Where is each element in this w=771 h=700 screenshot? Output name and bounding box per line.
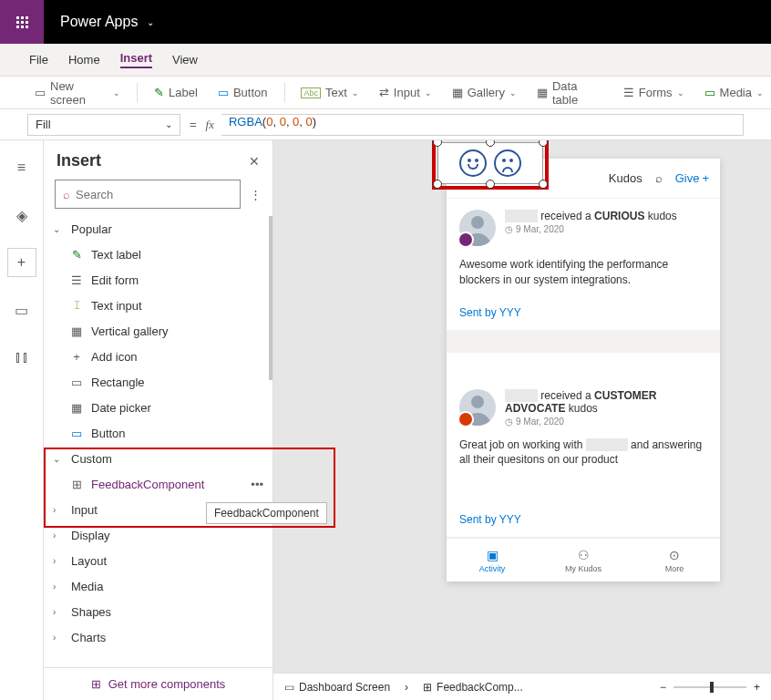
search-box[interactable]: ⌕ (55, 180, 241, 209)
canvas[interactable]: Kudos ⌕ Give + xx received a CURIOUS (273, 140, 771, 700)
breadcrumb-screen[interactable]: ▭Dashboard Screen (284, 681, 390, 694)
more-icon[interactable]: ⋮ (250, 188, 262, 201)
cat-label: Shapes (71, 605, 111, 619)
get-more-components-button[interactable]: ⊞ Get more components (44, 667, 272, 700)
data-icon[interactable]: ▭ (7, 295, 36, 324)
menu-home[interactable]: Home (68, 53, 100, 67)
clock-icon: ◷ (505, 417, 513, 427)
gallery-menu[interactable]: ▦ Gallery ⌄ (445, 77, 524, 108)
date-text: 9 Mar, 2020 (516, 417, 564, 427)
item-rectangle[interactable]: ▭Rectangle (44, 369, 272, 395)
menu-insert[interactable]: Insert (120, 51, 152, 68)
sent-by-link[interactable]: Sent by YYY (459, 513, 707, 526)
tree-view-icon[interactable]: ◈ (7, 201, 36, 230)
sent-by-link[interactable]: Sent by YYY (459, 306, 707, 319)
item-vertical-gallery[interactable]: ▦Vertical gallery (44, 318, 272, 344)
item-add-icon[interactable]: +Add icon (44, 344, 272, 369)
category-shapes[interactable]: ›Shapes (44, 599, 272, 624)
close-icon[interactable]: ✕ (249, 154, 260, 169)
txt: Great job on working with (459, 438, 582, 451)
resize-handle[interactable] (539, 180, 548, 189)
category-charts[interactable]: ›Charts (44, 624, 272, 650)
cat-label: Display (71, 529, 110, 542)
app-title-chevron-icon[interactable]: ⌄ (147, 17, 154, 27)
item-date-picker[interactable]: ▦Date picker (44, 395, 272, 420)
new-screen-button[interactable]: ▭ New screen ⌄ (27, 77, 128, 108)
panel-search-row: ⌕ ⋮ (55, 180, 262, 209)
chevron-right-icon: › (53, 556, 64, 566)
input-menu[interactable]: ⇄ Input ⌄ (372, 77, 439, 108)
selected-component-feedback[interactable] (439, 144, 549, 190)
txt: kudos (569, 402, 598, 415)
panel-title: Insert (57, 151, 101, 170)
item-text-input[interactable]: 𝙸Text input (44, 293, 272, 318)
component-icon: ⊞ (423, 681, 432, 694)
resize-handle[interactable] (539, 140, 548, 147)
item-text-label[interactable]: ✎Text label (44, 242, 272, 267)
button-button[interactable]: ▭ Button (211, 77, 275, 108)
zoom-in-button[interactable]: + (754, 681, 760, 694)
forms-icon: ☰ (623, 86, 634, 99)
nav-label: More (665, 564, 684, 573)
nav-my-kudos[interactable]: ⚇My Kudos (538, 539, 629, 582)
new-screen-label: New screen (50, 79, 108, 107)
zoom-handle[interactable] (710, 682, 714, 693)
give-button[interactable]: Give + (675, 171, 709, 185)
main-area: ≡ ◈ + ▭ ⫿⫿ Insert ✕ ⌕ ⋮ ⌄ Popular ✎Text … (0, 140, 771, 700)
datatable-button[interactable]: ▦ Data table (529, 77, 611, 108)
menu-view[interactable]: View (172, 53, 198, 67)
cat-label: Input (71, 503, 98, 517)
item-feedback-component[interactable]: ⊞ FeedbackComponent ••• (44, 471, 272, 497)
nav-more[interactable]: ⊙More (629, 539, 720, 582)
zoom-slider[interactable] (673, 686, 746, 688)
advanced-icon[interactable]: ⫿⫿ (7, 343, 36, 372)
resize-handle[interactable] (433, 180, 442, 189)
nav-activity[interactable]: ▣Activity (447, 539, 538, 582)
resize-handle[interactable] (486, 140, 495, 147)
clock-icon: ◷ (505, 224, 513, 234)
media-menu[interactable]: ▭ Media ⌄ (697, 77, 771, 108)
category-media[interactable]: ›Media (44, 573, 272, 599)
app-launcher-button[interactable] (0, 0, 44, 44)
insert-tab-button[interactable]: + (7, 248, 36, 277)
tooltip: FeedbackComponent (206, 502, 327, 524)
hamburger-icon[interactable]: ≡ (7, 153, 36, 182)
panel-header: Insert ✕ (44, 140, 272, 178)
item-label: Add icon (91, 350, 138, 364)
text-menu[interactable]: Abc Text ⌄ (293, 77, 365, 108)
category-layout[interactable]: ›Layout (44, 548, 272, 573)
search-icon: ⌕ (63, 188, 70, 201)
menu-file[interactable]: File (29, 53, 48, 67)
category-display[interactable]: ›Display (44, 522, 272, 548)
item-label: Date picker (91, 401, 151, 415)
datatable-label: Data table (552, 79, 603, 107)
resize-handle[interactable] (486, 180, 495, 189)
avatar-wrap (459, 389, 496, 426)
calendar-icon: ▦ (69, 401, 84, 415)
kudos-card[interactable]: xx received a CURIOUS kudos ◷9 Mar, 2020… (447, 199, 720, 331)
more-icon[interactable]: ••• (251, 478, 263, 491)
search-icon[interactable]: ⌕ (655, 171, 663, 185)
search-input[interactable] (76, 188, 232, 201)
gallery-icon: ▦ (69, 324, 84, 338)
kudos-card[interactable]: xx received a CUSTOMER ADVOCATE kudos ◷9… (447, 353, 720, 539)
breadcrumb-component[interactable]: ⊞FeedbackComp... (423, 681, 523, 694)
item-button[interactable]: ▭Button (44, 420, 272, 446)
item-edit-form[interactable]: ☰Edit form (44, 267, 272, 293)
zoom-out-button[interactable]: − (660, 681, 666, 694)
label-icon: ✎ (69, 248, 84, 262)
component-body (437, 142, 543, 184)
category-custom[interactable]: ⌄ Custom (44, 446, 272, 471)
scrollbar-thumb[interactable] (269, 216, 272, 380)
item-label: Edit form (91, 273, 139, 287)
cat-label: Charts (71, 631, 106, 644)
forms-menu[interactable]: ☰ Forms ⌄ (616, 77, 692, 108)
app-preview: Kudos ⌕ Give + xx received a CURIOUS (447, 159, 720, 582)
resize-handle[interactable] (433, 140, 442, 147)
property-selector[interactable]: Fill ⌄ (27, 114, 180, 136)
formula-input[interactable]: RGBA(0, 0, 0, 0) (221, 114, 744, 136)
avatar-wrap (459, 210, 496, 246)
label-button[interactable]: ✎ Label (147, 77, 205, 108)
chevron-right-icon: › (405, 681, 408, 694)
category-popular[interactable]: ⌄ Popular (44, 216, 272, 242)
